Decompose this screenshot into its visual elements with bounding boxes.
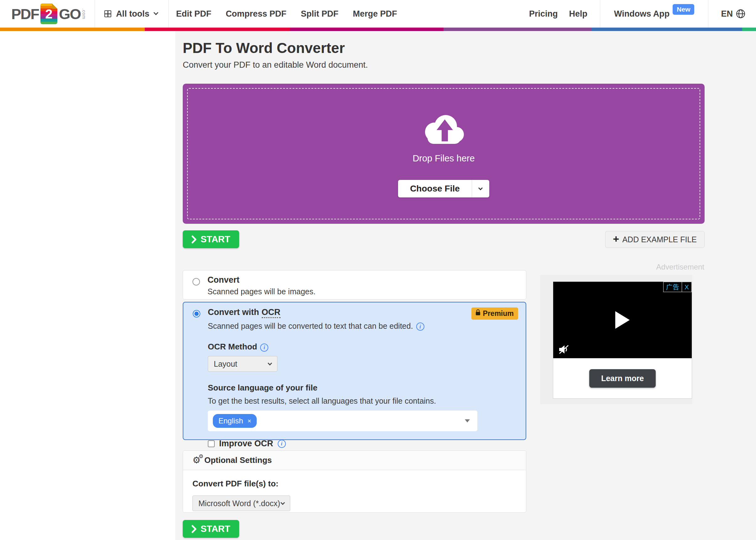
convert-option-card[interactable]: Convert Scanned pages will be images. <box>183 270 526 300</box>
choose-file-dropdown[interactable] <box>472 180 489 198</box>
logo-digit: 2 <box>45 7 52 22</box>
source-language-label: Source language of your file <box>208 383 518 393</box>
brand-color-stripe <box>0 28 756 31</box>
play-icon[interactable] <box>615 311 630 329</box>
language-selector[interactable]: EN <box>721 9 733 19</box>
choose-file-button[interactable]: Choose File <box>398 180 489 198</box>
plus-icon: + <box>613 233 619 244</box>
output-format-value: Microsoft Word (*.docx) <box>198 499 280 508</box>
convert-label: Convert <box>207 275 518 285</box>
premium-badge[interactable]: Premium <box>471 308 518 320</box>
globe-icon[interactable] <box>736 9 745 19</box>
header-divider <box>708 0 708 28</box>
page-subtitle: Convert your PDF to an editable Word doc… <box>183 60 368 70</box>
right-nav: Pricing Help Windows App New EN <box>529 0 745 28</box>
language-tag-label: English <box>218 417 243 425</box>
chevron-down-icon <box>281 500 285 504</box>
ad-panel: 广告 X Learn more <box>540 275 693 404</box>
header: PDF 2 GO .com All tools Edit PDF Compres… <box>0 0 756 28</box>
remove-tag-icon[interactable]: × <box>248 418 251 424</box>
ocr-term[interactable]: OCR <box>262 308 281 318</box>
logo-fold-cover <box>52 3 58 9</box>
logo-document-icon: 2 <box>41 3 58 24</box>
convert-ocr-description: Scanned pages will be converted to text … <box>208 322 518 331</box>
all-tools-label: All tools <box>116 9 150 19</box>
optional-settings-card: ⚙⚙ Optional Settings Convert PDF file(s)… <box>183 450 526 513</box>
chevron-right-icon <box>191 235 196 243</box>
header-divider <box>600 0 600 28</box>
page-title: PDF To Word Converter <box>183 40 345 57</box>
upload-cloud-icon <box>419 111 469 150</box>
learn-more-button[interactable]: Learn more <box>589 369 656 388</box>
all-tools-menu[interactable]: All tools <box>104 9 158 19</box>
source-language-hint: To get the best results, select all lang… <box>208 396 518 406</box>
improve-ocr-label: Improve OCR <box>219 439 273 449</box>
language-tag[interactable]: English × <box>213 414 257 428</box>
ad-close-icon[interactable]: X <box>682 282 692 292</box>
improve-ocr-row: Improve OCR i <box>208 439 518 449</box>
nav-merge-pdf[interactable]: Merge PDF <box>353 9 397 19</box>
start-label: START <box>200 524 230 534</box>
header-divider <box>168 0 169 28</box>
nav-split-pdf[interactable]: Split PDF <box>301 9 338 19</box>
convert-ocr-radio[interactable] <box>193 310 200 318</box>
ocr-method-label: OCR Methodi <box>208 342 518 352</box>
optional-settings-title: Optional Settings <box>204 456 272 465</box>
chevron-down-icon <box>268 361 272 365</box>
chevron-down-icon <box>478 186 483 190</box>
ocr-method-value: Layout <box>214 359 237 368</box>
nav-windows-app[interactable]: Windows App <box>614 9 670 19</box>
improve-ocr-checkbox[interactable] <box>208 440 215 447</box>
start-label: START <box>200 234 230 244</box>
optional-settings-header[interactable]: ⚙⚙ Optional Settings <box>183 451 526 470</box>
chevron-right-icon <box>191 525 196 533</box>
nav-compress-pdf[interactable]: Compress PDF <box>226 9 287 19</box>
page: PDF 2 GO .com All tools Edit PDF Compres… <box>0 0 756 540</box>
language-multiselect[interactable]: English × <box>208 411 477 431</box>
gears-icon: ⚙⚙ <box>192 456 200 465</box>
start-button-top[interactable]: START <box>183 230 239 248</box>
nav-pricing[interactable]: Pricing <box>529 9 558 19</box>
choose-file-label[interactable]: Choose File <box>398 180 472 198</box>
output-format-select[interactable]: Microsoft Word (*.docx) <box>192 495 290 511</box>
ad-video[interactable]: 广告 X <box>553 282 692 358</box>
chevron-down-icon <box>153 10 158 15</box>
premium-label: Premium <box>483 309 514 318</box>
ad-badge-text[interactable]: 广告 <box>663 282 682 292</box>
add-example-file-button[interactable]: + ADD EXAMPLE FILE <box>605 231 704 248</box>
nav-edit-pdf[interactable]: Edit PDF <box>176 9 211 19</box>
new-badge: New <box>673 4 694 15</box>
convert-description: Scanned pages will be images. <box>207 287 518 296</box>
ocr-method-select[interactable]: Layout <box>208 356 277 372</box>
logo-tld: .com <box>81 8 86 19</box>
grid-icon <box>104 10 111 17</box>
start-button-bottom[interactable]: START <box>183 520 239 538</box>
main-nav: Edit PDF Compress PDF Split PDF Merge PD… <box>176 9 397 19</box>
logo-go-text: GO <box>59 5 80 23</box>
convert-to-label: Convert PDF file(s) to: <box>192 479 526 488</box>
file-dropzone[interactable]: Drop Files here Choose File <box>183 84 704 224</box>
info-icon[interactable]: i <box>260 343 268 352</box>
nav-help[interactable]: Help <box>569 9 588 19</box>
info-icon[interactable]: i <box>416 323 425 331</box>
dropdown-caret-icon[interactable] <box>465 419 470 423</box>
convert-ocr-option-card[interactable]: Convert withOCR Premium Scanned pages wi… <box>183 302 526 440</box>
lock-icon <box>476 312 480 315</box>
muted-speaker-icon[interactable] <box>558 344 569 354</box>
ad-card: 广告 X Learn more <box>553 281 692 399</box>
drop-files-label: Drop Files here <box>413 153 474 164</box>
advertisement-label: Advertisement <box>656 263 704 271</box>
header-divider <box>95 0 95 28</box>
add-example-label: ADD EXAMPLE FILE <box>622 235 697 244</box>
convert-radio[interactable] <box>192 278 200 286</box>
convert-ocr-label: Convert withOCR <box>208 308 281 317</box>
logo[interactable]: PDF 2 GO .com <box>11 3 86 24</box>
info-icon[interactable]: i <box>278 440 286 448</box>
logo-pdf-text: PDF <box>11 5 39 23</box>
